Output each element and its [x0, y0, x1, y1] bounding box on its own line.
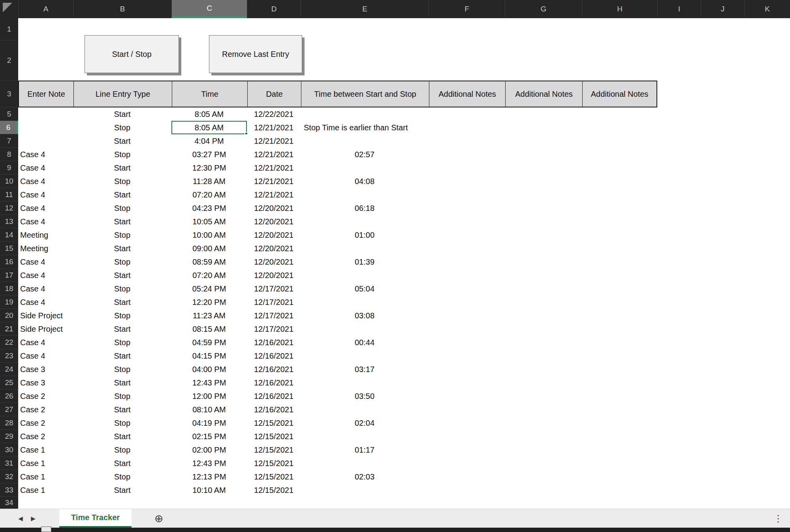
- cell-D11[interactable]: 12/21/2021: [247, 188, 301, 201]
- cell-D27[interactable]: 12/16/2021: [247, 403, 301, 416]
- cell-D20[interactable]: 12/17/2021: [247, 309, 301, 322]
- cell-A16[interactable]: Case 4: [18, 255, 73, 269]
- cell-F28[interactable]: [429, 416, 790, 430]
- cell-D19[interactable]: 12/17/2021: [247, 295, 301, 309]
- cell-A15[interactable]: Meeting: [18, 242, 73, 255]
- cell-A8[interactable]: Case 4: [18, 148, 73, 161]
- cell-A25[interactable]: Case 3: [18, 376, 73, 389]
- cell-B14[interactable]: Stop: [73, 228, 171, 242]
- cell-F31[interactable]: [429, 457, 790, 470]
- cell-D22[interactable]: 12/16/2021: [247, 336, 301, 349]
- row-header-9[interactable]: 9: [0, 161, 18, 175]
- cell-D16[interactable]: 12/20/2021: [247, 255, 301, 269]
- cell-A13[interactable]: Case 4: [18, 215, 73, 228]
- cell-E8[interactable]: 02:57: [301, 148, 429, 161]
- cell-B6[interactable]: Stop: [73, 121, 171, 134]
- cell-F19[interactable]: [429, 295, 790, 309]
- cell-A18[interactable]: Case 4: [18, 282, 73, 295]
- row-header-16[interactable]: 16: [0, 255, 18, 269]
- column-header-K[interactable]: K: [744, 0, 790, 18]
- row-header-31[interactable]: 31: [0, 457, 18, 470]
- cell-B24[interactable]: Stop: [73, 363, 171, 376]
- cell-A7[interactable]: [18, 134, 73, 148]
- cell-F18[interactable]: [429, 282, 790, 295]
- cell-E28[interactable]: 02:04: [301, 416, 429, 430]
- cell-C31[interactable]: 12:43 PM: [171, 457, 247, 470]
- row-header-6[interactable]: 6: [0, 121, 18, 134]
- cell-A12[interactable]: Case 4: [18, 201, 73, 215]
- row-header-33[interactable]: 33: [0, 483, 18, 497]
- cell-C29[interactable]: 02:15 PM: [171, 430, 247, 443]
- column-header-B[interactable]: B: [73, 0, 171, 18]
- cell-C13[interactable]: 10:05 AM: [171, 215, 247, 228]
- cell-C22[interactable]: 04:59 PM: [171, 336, 247, 349]
- cell-C7[interactable]: 4:04 PM: [171, 134, 247, 148]
- column-header-I[interactable]: I: [657, 0, 701, 18]
- cell-E12[interactable]: 06:18: [301, 201, 429, 215]
- column-header-F[interactable]: F: [429, 0, 505, 18]
- cell-B27[interactable]: Start: [73, 403, 171, 416]
- cell-E22[interactable]: 00:44: [301, 336, 429, 349]
- cell-E6[interactable]: Stop Time is earlier than Start: [301, 121, 429, 134]
- cell-D31[interactable]: 12/15/2021: [247, 457, 301, 470]
- cell-B12[interactable]: Stop: [73, 201, 171, 215]
- cell-C12[interactable]: 04:23 PM: [171, 201, 247, 215]
- remove-last-entry-button[interactable]: Remove Last Entry: [209, 35, 302, 73]
- cell-D7[interactable]: 12/21/2021: [247, 134, 301, 148]
- row-header-7[interactable]: 7: [0, 134, 18, 148]
- cell-A33[interactable]: Case 1: [18, 483, 73, 497]
- more-options-icon[interactable]: ⋮: [773, 513, 783, 524]
- cell-E15[interactable]: [301, 242, 429, 255]
- cell-B19[interactable]: Start: [73, 295, 171, 309]
- cell-C16[interactable]: 08:59 AM: [171, 255, 247, 269]
- row-header-8[interactable]: 8: [0, 148, 18, 161]
- add-sheet-icon[interactable]: ⊕: [154, 512, 164, 525]
- cell-C14[interactable]: 10:00 AM: [171, 228, 247, 242]
- cell-F20[interactable]: [429, 309, 790, 322]
- cell-C15[interactable]: 09:00 AM: [171, 242, 247, 255]
- cell-C20[interactable]: 11:23 AM: [171, 309, 247, 322]
- row-header-21[interactable]: 21: [0, 322, 18, 336]
- cell-C32[interactable]: 12:13 PM: [171, 470, 247, 483]
- column-header-C[interactable]: C: [171, 0, 247, 18]
- cell-D32[interactable]: 12/15/2021: [247, 470, 301, 483]
- cell-C28[interactable]: 04:19 PM: [171, 416, 247, 430]
- cell-A14[interactable]: Meeting: [18, 228, 73, 242]
- cell-E33[interactable]: [301, 483, 429, 497]
- cell-B10[interactable]: Stop: [73, 175, 171, 188]
- cell-A29[interactable]: Case 2: [18, 430, 73, 443]
- cell-D5[interactable]: 12/22/2021: [247, 107, 301, 121]
- cell-F9[interactable]: [429, 161, 790, 175]
- cell-F14[interactable]: [429, 228, 790, 242]
- cell-A9[interactable]: Case 4: [18, 161, 73, 175]
- cell-E27[interactable]: [301, 403, 429, 416]
- fill-handle[interactable]: [245, 132, 248, 134]
- cell-A31[interactable]: Case 1: [18, 457, 73, 470]
- cell-C33[interactable]: 10:10 AM: [171, 483, 247, 497]
- cell-C27[interactable]: 08:10 AM: [171, 403, 247, 416]
- row-header-2[interactable]: 2: [0, 40, 18, 81]
- cell-D25[interactable]: 12/16/2021: [247, 376, 301, 389]
- cell-F15[interactable]: [429, 242, 790, 255]
- header-cell-G3[interactable]: Additional Notes: [506, 81, 583, 107]
- cell-F33[interactable]: [429, 483, 790, 497]
- start-stop-button[interactable]: Start / Stop: [85, 35, 179, 73]
- row-header-3[interactable]: 3: [0, 81, 18, 107]
- row-header-1[interactable]: 1: [0, 18, 18, 40]
- row-header-18[interactable]: 18: [0, 282, 18, 295]
- cell-A26[interactable]: Case 2: [18, 389, 73, 403]
- select-all-button[interactable]: [0, 0, 18, 18]
- row-header-24[interactable]: 24: [0, 363, 18, 376]
- cell-E32[interactable]: 02:03: [301, 470, 429, 483]
- row-header-30[interactable]: 30: [0, 443, 18, 457]
- cell-E17[interactable]: [301, 269, 429, 282]
- cell-B7[interactable]: Start: [73, 134, 171, 148]
- cell-C9[interactable]: 12:30 PM: [171, 161, 247, 175]
- header-cell-E3[interactable]: Time between Start and Stop: [301, 81, 429, 107]
- cell-E18[interactable]: 05:04: [301, 282, 429, 295]
- cell-B18[interactable]: Stop: [73, 282, 171, 295]
- cell-C21[interactable]: 08:15 AM: [171, 322, 247, 336]
- row-header-29[interactable]: 29: [0, 430, 18, 443]
- cell-D8[interactable]: 12/21/2021: [247, 148, 301, 161]
- cell-A22[interactable]: Case 4: [18, 336, 73, 349]
